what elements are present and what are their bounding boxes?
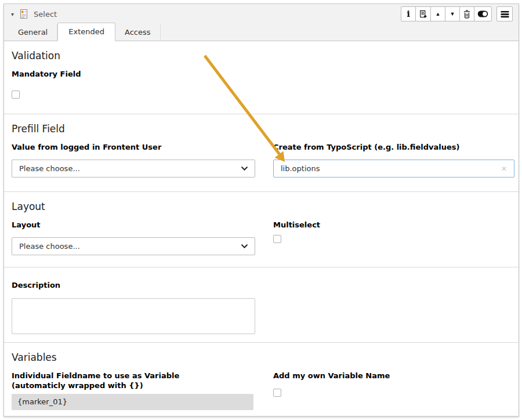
tab-bar: General Extended Access — [4, 24, 519, 41]
collapse-caret-icon[interactable]: ▾ — [11, 11, 14, 17]
hamburger-icon — [501, 10, 509, 18]
toolbar-button-group: i ▲ ▼ — [401, 6, 492, 21]
marker-readonly-input: {marker_01} — [12, 394, 253, 410]
move-down-button[interactable]: ▼ — [445, 6, 460, 21]
toggle-visibility-button[interactable] — [474, 6, 492, 21]
tab-content: Validation Mandatory Field Prefill Field… — [4, 41, 519, 416]
toggle-icon — [477, 10, 488, 17]
section-heading: Layout — [12, 201, 511, 212]
section-layout: Layout Layout Please choose... Multisele… — [4, 191, 519, 267]
input-value: lib.options — [281, 164, 320, 173]
section-heading: Variables — [12, 352, 511, 363]
info-button[interactable]: i — [401, 6, 416, 21]
drag-handle-button[interactable] — [496, 6, 513, 21]
typoscript-input[interactable]: lib.options ✕ — [273, 160, 514, 178]
trash-icon — [463, 10, 471, 19]
section-variables: Variables Individual Fieldname to use as… — [4, 342, 519, 416]
arrow-up-icon: ▲ — [436, 12, 441, 17]
tab-access[interactable]: Access — [115, 24, 161, 41]
layout-label: Layout — [12, 220, 255, 230]
frontend-user-label: Value from logged in Frontent User — [12, 142, 255, 152]
tab-extended[interactable]: Extended — [57, 23, 115, 41]
typoscript-label: Create from TypoScript (e.g. lib.fieldva… — [273, 142, 514, 152]
element-title: Select — [34, 10, 57, 19]
multiselect-checkbox[interactable] — [273, 235, 281, 243]
multiselect-label: Multiselect — [273, 220, 514, 230]
chevron-down-icon — [241, 244, 248, 248]
section-heading: Validation — [12, 50, 511, 61]
description-label: Description — [12, 280, 511, 290]
duplicate-button[interactable] — [415, 6, 431, 21]
info-icon: i — [407, 10, 410, 19]
chevron-down-icon — [241, 166, 248, 171]
select-value: Please choose... — [19, 242, 80, 251]
section-heading: Prefill Field — [12, 123, 511, 135]
arrow-down-icon: ▼ — [450, 12, 455, 17]
content-element-icon — [19, 9, 28, 19]
move-up-button[interactable]: ▲ — [430, 6, 445, 21]
element-toolbar: i ▲ ▼ — [401, 6, 513, 21]
select-value: Please choose... — [19, 164, 80, 173]
document-plus-icon — [419, 10, 427, 19]
element-header: ▾ Select i — [4, 4, 519, 24]
delete-button[interactable] — [459, 6, 474, 21]
own-variable-label: Add my own Variable Name — [273, 371, 494, 381]
layout-select[interactable]: Please choose... — [12, 237, 255, 255]
clear-icon[interactable]: ✕ — [501, 165, 507, 172]
own-variable-checkbox[interactable] — [273, 389, 281, 397]
section-validation: Validation Mandatory Field — [4, 41, 519, 114]
frontend-user-select[interactable]: Please choose... — [12, 160, 255, 178]
tab-general[interactable]: General — [9, 24, 57, 41]
element-panel: ▾ Select i — [3, 3, 519, 417]
mandatory-field-checkbox[interactable] — [12, 90, 20, 99]
section-description: Description — [4, 267, 519, 342]
description-textarea[interactable] — [12, 298, 255, 334]
fieldname-variable-label: Individual Fieldname to use as Variable … — [12, 371, 232, 390]
mandatory-field-label: Mandatory Field — [12, 69, 511, 79]
section-prefill-field: Prefill Field Value from logged in Front… — [4, 114, 519, 191]
